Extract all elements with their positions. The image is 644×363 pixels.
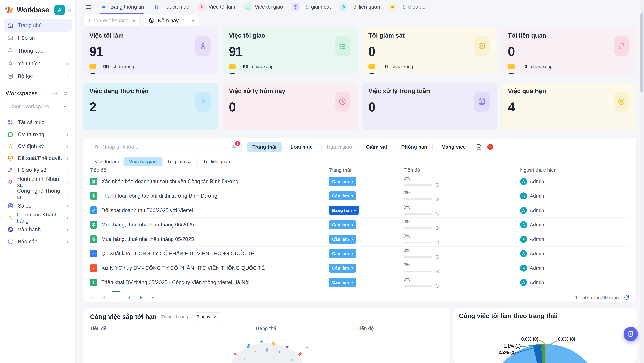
page-number-1[interactable]: 1	[113, 294, 119, 302]
status-dropdown-button[interactable]: Cần làm▾	[329, 249, 356, 258]
workspaces-more-icon[interactable]: ⋯	[51, 92, 58, 95]
table-tab-tôi-liên-quan[interactable]: Tôi liên quan	[198, 157, 235, 166]
refresh-icon[interactable]	[623, 294, 630, 301]
time-range-select[interactable]: Năm nay ▾	[144, 15, 199, 26]
stat-card-việc-tôi-giao[interactable]: Việc tôi giao9190chưa xong1đã đóng	[223, 27, 358, 74]
clock-icon	[435, 211, 440, 216]
assignee-avatar: A	[520, 221, 527, 228]
workspace-filter-select[interactable]: Chọn Workspace ▾	[84, 15, 140, 26]
filter-chip-phòng-ban[interactable]: Phòng ban	[396, 142, 432, 152]
filter-chip-giám-sát[interactable]: Giám sát	[361, 142, 392, 152]
stat-card-việc-quá-hạn[interactable]: Việc quá hạn4	[502, 83, 636, 130]
sidebar-collapse-icon[interactable]: «	[68, 6, 72, 14]
tab-tôi-theo-dõi[interactable]: Tôi theo dõi	[389, 2, 427, 12]
sidebar-workspace-hồ-sơ-ký-số[interactable]: Hồ sơ ký số›	[4, 164, 72, 176]
status-dropdown-button[interactable]: Cần làm▾	[329, 192, 356, 200]
sidebar-item-label: Sales	[18, 203, 31, 209]
task-title: Xác nhận báo doanh thu sau chuyến Công t…	[102, 178, 238, 184]
table-row[interactable]: <>QL Xuất kho - CÔNG TY CỔ PHẦN HTC VIỄN…	[90, 246, 630, 261]
status-dropdown-button[interactable]: Cần làm▾	[329, 177, 356, 186]
task-type-dollar-icon: $	[90, 221, 98, 229]
table-tab-việc-tôi-làm[interactable]: Việc tôi làm	[90, 157, 124, 166]
stat-card-việc-tôi-làm[interactable]: Việc tôi làm9190chưa xong1đã đóng	[83, 27, 218, 74]
tab-tôi-giám-sát[interactable]: Tôi giám sát	[292, 2, 331, 12]
stat-card-việc-đang-thực-hiện[interactable]: Việc đang thực hiện2	[83, 83, 218, 130]
table-row[interactable]: ↑Triển khai DV tháng 05/2025 - Công ty V…	[90, 276, 630, 290]
tab-tất-cả-mục[interactable]: Tất cả mục	[152, 2, 189, 12]
legend-label: đã đóng	[112, 74, 129, 74]
hamburger-menu-icon[interactable]	[84, 3, 92, 11]
sidebar-workspace-tất-cả-mục[interactable]: Tất cả mục	[4, 116, 72, 128]
search-input[interactable]: Nhập từ khóa ... 1	[90, 142, 242, 152]
table-row[interactable]: $Mua hàng, thuê nhà thầu tháng 05/2025Cầ…	[90, 232, 630, 246]
status-dropdown-button[interactable]: Đang làm▾	[329, 206, 359, 215]
stat-card-việc-xử-lý-trong-tuần[interactable]: Việc xử lý trong tuần80	[362, 83, 497, 130]
stat-legend-row: 1đã đóng	[229, 73, 352, 74]
filter-chip-người-giao[interactable]: Người giao	[322, 142, 357, 152]
tab-việc-tôi-làm[interactable]: Việc tôi làm	[198, 2, 235, 12]
advanced-filter-icon[interactable]: 1	[231, 144, 238, 150]
status-dropdown-button[interactable]: Cần làm▾	[329, 235, 356, 244]
filter-chip-loại-mục[interactable]: Loại mục	[285, 142, 318, 152]
last-page-icon[interactable]	[151, 296, 155, 300]
export-file-icon[interactable]	[475, 143, 483, 151]
upcoming-range-select[interactable]: 3 ngày ▾	[193, 312, 220, 321]
progress-bar	[404, 213, 432, 214]
sidebar-item-trang-chủ[interactable]: Trang chủ	[4, 19, 72, 32]
user-avatar[interactable]: A	[54, 5, 65, 15]
prev-page-icon[interactable]	[102, 296, 106, 300]
table-tabs: Việc tôi làmViệc tôi giaoTôi giám sátTôi…	[90, 157, 630, 166]
sidebar-workspace-sales[interactable]: Sales›	[4, 200, 72, 212]
table-row[interactable]: ●Xử lý YC hủy DV - CÔNG TY CỔ PHẦN HTC V…	[90, 261, 630, 276]
sidebar-item-thông-báo[interactable]: Thông báo	[4, 44, 72, 57]
clock-icon	[435, 254, 440, 260]
sidebar-workspace-hành-chính-nhân-sự[interactable]: Hành chính Nhân sự›	[4, 176, 72, 188]
sidebar-workspace-cv-thường[interactable]: CV thường›	[4, 128, 72, 140]
confetti-piece	[298, 352, 302, 356]
table-tab-việc-tôi-giao[interactable]: Việc tôi giao	[124, 157, 162, 166]
status-dropdown-button[interactable]: Cần làm▾	[329, 264, 356, 272]
tab-việc-tôi-giao[interactable]: Việc tôi giao	[244, 2, 283, 12]
play-icon	[198, 97, 208, 106]
table-row[interactable]: ✓Đối soát doanh thu T06/2025 với Viettel…	[90, 203, 630, 218]
sidebar-workspace-báo-cáo[interactable]: Báo cáo›	[4, 236, 72, 248]
tab-bảng-thông-tin[interactable]: Bảng thông tin	[100, 2, 144, 12]
sidebar-workspace-công-nghệ-thông-tin[interactable]: Công nghệ Thông tin›	[4, 188, 72, 200]
table-tab-tôi-giám-sát[interactable]: Tôi giám sát	[162, 157, 198, 166]
stat-card-title: Việc xử lý hôm nay	[229, 88, 352, 94]
filter-chip-trạng-thái[interactable]: Trạng thái	[247, 142, 282, 152]
sidebar-workspace-vận-hành[interactable]: Vận hành›	[4, 224, 72, 236]
table-row[interactable]: $Thanh toán công tác phí đi thị trường B…	[90, 189, 630, 203]
tab-tôi-liên-quan[interactable]: Tôi liên quan	[340, 2, 380, 12]
box-icon	[7, 226, 14, 233]
stat-card-tôi-liên-quan[interactable]: Tôi liên quan00chưa xong0đã đóng	[502, 27, 636, 74]
status-dropdown-button[interactable]: Cần làm▾	[329, 220, 356, 229]
scrollbar-thumb[interactable]	[640, 13, 643, 92]
stat-card-tôi-giám-sát[interactable]: Tôi giám sát00chưa xong0đã đóng	[362, 27, 497, 74]
first-page-icon[interactable]	[90, 296, 94, 300]
sidebar-workspace-cv-định-kỳ[interactable]: CV định kỳ›	[4, 140, 72, 152]
task-title: Thanh toán công tác phí đi thị trường Bì…	[102, 193, 217, 199]
status-dropdown-button[interactable]: Cần làm▾	[329, 278, 356, 287]
next-page-icon[interactable]	[139, 296, 144, 300]
remove-circle-icon[interactable]	[486, 143, 494, 151]
clock-icon	[435, 283, 440, 288]
table-row[interactable]: $Mua hàng, thuê nhà thầu tháng 06/2025Cầ…	[90, 218, 630, 232]
sidebar-workspace-select[interactable]: Chọn Workspace ▾	[5, 101, 70, 112]
assignee-name: Admin	[530, 280, 544, 285]
table-row[interactable]: $Xác nhận báo doanh thu sau chuyến Công …	[90, 174, 630, 189]
sidebar-workspace-chăm-sóc-khách-hàng[interactable]: Chăm sóc Khách hàng›	[4, 212, 72, 224]
add-task-fab[interactable]	[624, 327, 638, 341]
scrollbar-track[interactable]	[640, 0, 644, 363]
sidebar-workspace-đề-xuất-phê-duyệt[interactable]: Đề xuất/Phê duyệt›	[4, 152, 72, 164]
chevron-right-icon: ›	[66, 179, 68, 185]
target-o-icon	[477, 42, 486, 51]
sidebar-item-bộ-lọc[interactable]: Bộ lọc›	[4, 70, 72, 82]
sidebar-item-yêu-thích[interactable]: Yêu thích›	[4, 57, 72, 70]
stat-card-việc-xử-lý-hôm-nay[interactable]: Việc xử lý hôm nay0	[223, 83, 358, 130]
filter-chip-mảng-việc[interactable]: Mảng việc	[436, 142, 471, 152]
checklist-icon	[338, 42, 347, 51]
page-number-2[interactable]: 2	[126, 294, 132, 302]
sidebar-item-hộp-tin[interactable]: Hộp tin	[4, 32, 72, 44]
workspaces-search-icon[interactable]	[63, 90, 69, 96]
